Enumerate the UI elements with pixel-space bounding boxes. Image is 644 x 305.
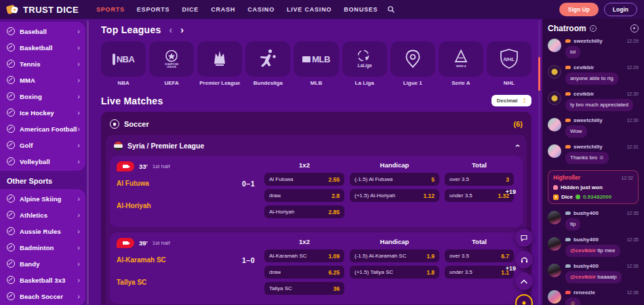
league-serie-a[interactable]: SERIE ASerie A — [439, 41, 483, 86]
bonus-icon[interactable] — [515, 294, 533, 305]
shrimp-badge-icon — [565, 92, 571, 96]
match-row[interactable]: 39'1st halfAl-Karamah SCTallya SC1–01x2A… — [110, 232, 523, 304]
sidebar-scrollbar[interactable] — [87, 20, 89, 305]
info-icon[interactable]: i — [590, 25, 597, 32]
chat-settings-icon[interactable] — [630, 24, 639, 33]
odds-button[interactable]: (+1.5) Taliya SC1.8 — [350, 266, 439, 279]
league-nba[interactable]: NBANBA — [101, 41, 146, 86]
fish-badge-icon — [565, 264, 571, 268]
navbar-links: SPORTSESPORTSDICECRASHCASINOLIVE CASINOB… — [96, 6, 378, 13]
odds-format-select[interactable]: Decimal ▲▼ — [491, 95, 531, 106]
carousel-prev-icon[interactable]: ‹ — [169, 25, 173, 35]
sidebar-item-tennis[interactable]: Tennis› — [0, 56, 85, 72]
sidebar-item-alpine-skiing[interactable]: Alpine Skiing› — [0, 190, 85, 207]
message-time: 12:36 — [626, 290, 639, 295]
odds-button[interactable]: (-1.5) Al-Karamah SC1.9 — [350, 249, 439, 262]
nav-link-casino[interactable]: CASINO — [247, 6, 275, 13]
sidebar-item-baseball[interactable]: Baseball› — [0, 23, 85, 39]
support-headset-icon[interactable] — [515, 251, 533, 268]
match-time: 39' — [139, 239, 148, 247]
more-markets-button[interactable]: +19 — [506, 265, 516, 272]
svg-text:SERIE A: SERIE A — [456, 65, 466, 68]
sidebar-item-badminton[interactable]: Badminton› — [0, 239, 85, 256]
sidebar-item-american-football[interactable]: American Football› — [0, 121, 85, 137]
odds-button[interactable]: (+1.5) Al-Horiyah1.12 — [350, 189, 439, 202]
league-nhl[interactable]: NHLNHL — [487, 41, 531, 86]
carousel-next-icon[interactable]: › — [180, 25, 184, 35]
sidebar-item-volleyball[interactable]: Volleyball› — [0, 153, 85, 169]
match-row[interactable]: 33'1st halfAl FutuwaAl-Horiyah0–11x2Al F… — [110, 156, 523, 227]
chatroom-title: Chatroom — [548, 24, 586, 33]
odds-button[interactable]: draw2.8 — [264, 189, 344, 202]
search-icon[interactable] — [387, 5, 395, 14]
league-la-liga[interactable]: LaLigaLa Liga — [342, 41, 387, 86]
league-premier-league[interactable]: Premier League — [197, 41, 242, 86]
message-time: 12:31 — [626, 144, 639, 149]
league-bundesliga[interactable]: Bundesliga — [245, 41, 290, 86]
nav-link-esports[interactable]: ESPORTS — [137, 6, 170, 13]
message-header: bushy40012:36 — [565, 263, 639, 269]
odds-button[interactable]: Al-Karamah SC1.09 — [264, 249, 344, 262]
sidebar-item-beach-soccer[interactable]: Beach Soccer› — [0, 288, 85, 304]
sidebar-item-athletics[interactable]: Athletics› — [0, 207, 85, 223]
league-header[interactable]: Syria / Premier League › — [110, 139, 523, 156]
odds-label: (-1.5) Al-Karamah SC — [355, 253, 406, 259]
league-uefa[interactable]: CHAMPIONSLEAGUEUEFA — [149, 41, 194, 86]
match-time: 33' — [139, 163, 148, 170]
nav-link-sports[interactable]: SPORTS — [96, 6, 125, 13]
league-ligue-1[interactable]: Ligue 1 — [390, 41, 435, 86]
avatar — [548, 144, 561, 158]
odds-label: (+1.5) Al-Horiyah — [355, 192, 395, 199]
sidebar-item-aussie-rules[interactable]: Aussie Rules› — [0, 223, 85, 239]
odds-button[interactable]: over 3.53 — [445, 173, 514, 186]
match-period: 1st half — [153, 163, 170, 169]
market-header: Total — [445, 161, 514, 169]
highroller-header: Highroller12:32 — [553, 174, 633, 181]
odds-button[interactable]: Al-Horiyah2.85 — [264, 205, 344, 218]
american-football-icon — [7, 125, 15, 133]
sign-up-button[interactable]: Sign Up — [559, 3, 599, 16]
odds-button[interactable]: (-1.5) Al Futuwa5 — [350, 173, 439, 186]
odds-button[interactable]: over 3.56.7 — [445, 249, 514, 262]
sidebar-item-bandy[interactable]: Bandy› — [0, 256, 85, 272]
login-button[interactable]: Login — [604, 3, 637, 16]
odds-button[interactable]: under 3.51.1 — [445, 266, 514, 279]
nav-link-live-casino[interactable]: LIVE CASINO — [287, 6, 331, 13]
odds-value: 6.7 — [501, 253, 509, 260]
scroll-top-chevron-icon[interactable] — [515, 272, 533, 290]
market-handicap: Handicap(-1.5) Al Futuwa5(+1.5) Al-Horiy… — [350, 161, 439, 222]
collapse-chevron-icon[interactable]: › — [512, 144, 522, 147]
mma-icon — [7, 76, 15, 84]
odds-button[interactable]: under 3.51.32 — [445, 189, 514, 202]
game-name: Dice — [561, 194, 573, 200]
avatar — [548, 211, 561, 224]
odds-button[interactable]: Al Futuwa2.55 — [264, 173, 344, 186]
odds-value: 1.8 — [426, 269, 435, 276]
sidebar-item-mma[interactable]: MMA› — [0, 72, 85, 88]
avatar — [548, 65, 561, 79]
main-scrollbar-thumb[interactable] — [538, 57, 540, 91]
sidebar-item-golf[interactable]: Golf› — [0, 137, 85, 153]
odds-value: 1.09 — [328, 253, 340, 260]
nav-link-dice[interactable]: DICE — [182, 6, 199, 13]
serie-a-logo-icon: SERIE A — [439, 41, 483, 77]
chat-message-list: sweetchilly12:29lolcevikbir12:29anyone a… — [548, 38, 639, 305]
sport-section-header[interactable]: Soccer (6) — [106, 117, 527, 135]
sidebar-item-boxing[interactable]: Boxing› — [0, 88, 85, 104]
odds-button[interactable]: draw6.25 — [264, 266, 344, 279]
sidebar-item-basketball[interactable]: Basketball› — [0, 39, 85, 56]
uefa-logo-icon: CHAMPIONSLEAGUE — [149, 41, 194, 77]
chat-bubble-icon[interactable] — [515, 229, 533, 247]
sidebar-item-label: Boxing — [20, 93, 77, 100]
sidebar-item-label: Athletics — [20, 211, 77, 219]
nav-link-crash[interactable]: CRASH — [211, 6, 235, 13]
chevron-right-icon: › — [77, 228, 80, 235]
aussie-rules-icon — [7, 227, 15, 235]
league-mlb[interactable]: MLBMLB — [294, 41, 338, 86]
nav-link-bonuses[interactable]: BONUSES — [344, 6, 378, 13]
sidebar-item-basketball-3x3[interactable]: Basketball 3x3› — [0, 272, 85, 288]
odds-button[interactable]: Tallya SC36 — [264, 282, 344, 295]
sidebar-item-ice-hockey[interactable]: Ice Hockey› — [0, 104, 85, 121]
odds-value: 5 — [431, 176, 435, 183]
more-markets-button[interactable]: +19 — [506, 188, 516, 195]
